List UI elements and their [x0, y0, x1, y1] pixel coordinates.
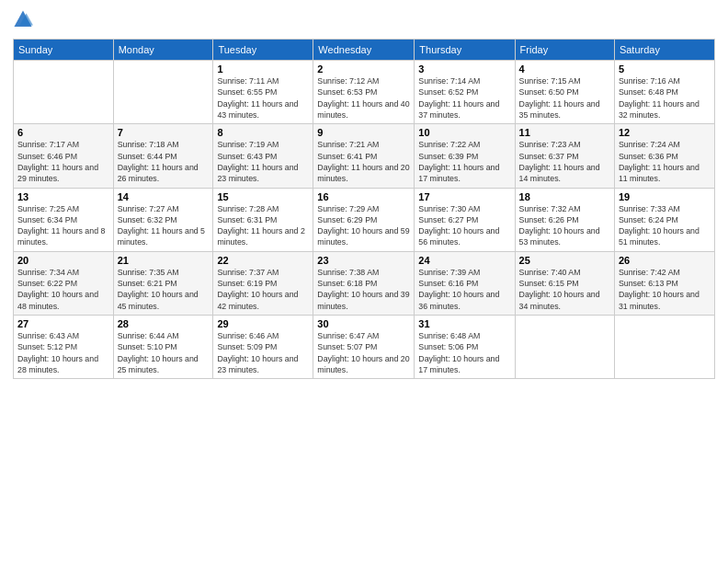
day-detail: Sunrise: 7:19 AM Sunset: 6:43 PM Dayligh…	[217, 139, 309, 184]
day-detail: Sunrise: 7:27 AM Sunset: 6:32 PM Dayligh…	[118, 203, 210, 248]
day-cell: 9Sunrise: 7:21 AM Sunset: 6:41 PM Daylig…	[313, 124, 415, 188]
day-number: 3	[418, 63, 510, 75]
day-detail: Sunrise: 7:12 AM Sunset: 6:53 PM Dayligh…	[317, 75, 410, 121]
day-number: 15	[217, 191, 309, 202]
day-detail: Sunrise: 7:15 AM Sunset: 6:50 PM Dayligh…	[519, 75, 610, 121]
day-cell: 5Sunrise: 7:16 AM Sunset: 6:48 PM Daylig…	[614, 61, 714, 124]
day-number: 12	[619, 127, 711, 138]
day-number: 11	[519, 127, 610, 138]
day-number: 30	[317, 318, 410, 329]
day-number: 28	[118, 318, 210, 329]
day-detail: Sunrise: 7:37 AM Sunset: 6:19 PM Dayligh…	[217, 267, 309, 312]
weekday-header-sunday: Sunday	[14, 40, 114, 61]
day-number: 20	[17, 255, 109, 266]
day-number: 13	[17, 191, 109, 202]
header	[13, 9, 715, 33]
day-detail: Sunrise: 7:14 AM Sunset: 6:52 PM Dayligh…	[418, 75, 510, 121]
day-cell: 26Sunrise: 7:42 AM Sunset: 6:13 PM Dayli…	[614, 251, 714, 315]
day-number: 23	[317, 255, 410, 266]
day-number: 27	[17, 318, 109, 329]
week-row-5: 27Sunrise: 6:43 AM Sunset: 5:12 PM Dayli…	[14, 316, 715, 379]
day-number: 5	[619, 63, 711, 75]
day-cell: 24Sunrise: 7:39 AM Sunset: 6:16 PM Dayli…	[415, 251, 515, 315]
day-cell: 15Sunrise: 7:28 AM Sunset: 6:31 PM Dayli…	[213, 188, 313, 251]
day-cell: 21Sunrise: 7:35 AM Sunset: 6:21 PM Dayli…	[113, 251, 213, 315]
day-cell: 8Sunrise: 7:19 AM Sunset: 6:43 PM Daylig…	[213, 124, 313, 188]
day-number: 14	[118, 191, 210, 202]
day-cell	[614, 316, 714, 379]
day-number: 26	[619, 255, 711, 266]
day-number: 2	[317, 63, 410, 75]
day-cell: 23Sunrise: 7:38 AM Sunset: 6:18 PM Dayli…	[313, 251, 415, 315]
day-detail: Sunrise: 6:47 AM Sunset: 5:07 PM Dayligh…	[317, 330, 410, 375]
day-detail: Sunrise: 6:43 AM Sunset: 5:12 PM Dayligh…	[17, 330, 109, 375]
day-detail: Sunrise: 7:24 AM Sunset: 6:36 PM Dayligh…	[619, 139, 711, 184]
weekday-header-friday: Friday	[515, 40, 614, 61]
day-number: 9	[317, 127, 410, 138]
day-detail: Sunrise: 7:34 AM Sunset: 6:22 PM Dayligh…	[17, 267, 109, 312]
day-cell	[515, 316, 614, 379]
day-number: 22	[217, 255, 309, 266]
week-row-1: 1Sunrise: 7:11 AM Sunset: 6:55 PM Daylig…	[14, 61, 715, 124]
day-detail: Sunrise: 7:32 AM Sunset: 6:26 PM Dayligh…	[519, 203, 610, 248]
weekday-header-saturday: Saturday	[614, 40, 714, 61]
week-row-3: 13Sunrise: 7:25 AM Sunset: 6:34 PM Dayli…	[14, 188, 715, 251]
weekday-header-row: SundayMondayTuesdayWednesdayThursdayFrid…	[14, 40, 715, 61]
weekday-header-monday: Monday	[113, 40, 213, 61]
day-cell: 18Sunrise: 7:32 AM Sunset: 6:26 PM Dayli…	[515, 188, 614, 251]
day-detail: Sunrise: 7:40 AM Sunset: 6:15 PM Dayligh…	[519, 267, 610, 312]
day-number: 4	[519, 63, 610, 75]
day-cell: 4Sunrise: 7:15 AM Sunset: 6:50 PM Daylig…	[515, 61, 614, 124]
day-number: 24	[418, 255, 510, 266]
day-detail: Sunrise: 7:29 AM Sunset: 6:29 PM Dayligh…	[317, 203, 410, 248]
day-cell: 22Sunrise: 7:37 AM Sunset: 6:19 PM Dayli…	[213, 251, 313, 315]
day-number: 17	[418, 191, 510, 202]
day-number: 18	[519, 191, 610, 202]
day-cell: 10Sunrise: 7:22 AM Sunset: 6:39 PM Dayli…	[415, 124, 515, 188]
day-detail: Sunrise: 7:28 AM Sunset: 6:31 PM Dayligh…	[217, 203, 309, 248]
day-cell: 28Sunrise: 6:44 AM Sunset: 5:10 PM Dayli…	[113, 316, 213, 379]
day-detail: Sunrise: 7:30 AM Sunset: 6:27 PM Dayligh…	[418, 203, 510, 248]
day-number: 1	[217, 63, 309, 75]
day-cell: 12Sunrise: 7:24 AM Sunset: 6:36 PM Dayli…	[614, 124, 714, 188]
day-cell: 14Sunrise: 7:27 AM Sunset: 6:32 PM Dayli…	[113, 188, 213, 251]
day-detail: Sunrise: 7:21 AM Sunset: 6:41 PM Dayligh…	[317, 139, 410, 184]
day-detail: Sunrise: 7:35 AM Sunset: 6:21 PM Dayligh…	[118, 267, 210, 312]
day-detail: Sunrise: 7:16 AM Sunset: 6:48 PM Dayligh…	[619, 75, 711, 121]
day-cell: 27Sunrise: 6:43 AM Sunset: 5:12 PM Dayli…	[14, 316, 114, 379]
day-number: 19	[619, 191, 711, 202]
day-detail: Sunrise: 6:44 AM Sunset: 5:10 PM Dayligh…	[118, 330, 210, 375]
day-number: 29	[217, 318, 309, 329]
day-cell: 2Sunrise: 7:12 AM Sunset: 6:53 PM Daylig…	[313, 61, 415, 124]
day-number: 21	[118, 255, 210, 266]
day-cell: 13Sunrise: 7:25 AM Sunset: 6:34 PM Dayli…	[14, 188, 114, 251]
day-cell	[113, 61, 213, 124]
day-detail: Sunrise: 7:33 AM Sunset: 6:24 PM Dayligh…	[619, 203, 711, 248]
day-cell: 17Sunrise: 7:30 AM Sunset: 6:27 PM Dayli…	[415, 188, 515, 251]
day-cell: 6Sunrise: 7:17 AM Sunset: 6:46 PM Daylig…	[14, 124, 114, 188]
day-cell: 31Sunrise: 6:48 AM Sunset: 5:06 PM Dayli…	[415, 316, 515, 379]
day-cell: 30Sunrise: 6:47 AM Sunset: 5:07 PM Dayli…	[313, 316, 415, 379]
day-cell: 29Sunrise: 6:46 AM Sunset: 5:09 PM Dayli…	[213, 316, 313, 379]
day-detail: Sunrise: 6:48 AM Sunset: 5:06 PM Dayligh…	[418, 330, 510, 375]
day-cell: 20Sunrise: 7:34 AM Sunset: 6:22 PM Dayli…	[14, 251, 114, 315]
day-detail: Sunrise: 7:38 AM Sunset: 6:18 PM Dayligh…	[317, 267, 410, 312]
day-detail: Sunrise: 7:22 AM Sunset: 6:39 PM Dayligh…	[418, 139, 510, 184]
day-detail: Sunrise: 7:18 AM Sunset: 6:44 PM Dayligh…	[118, 139, 210, 184]
day-cell: 1Sunrise: 7:11 AM Sunset: 6:55 PM Daylig…	[213, 61, 313, 124]
day-detail: Sunrise: 7:42 AM Sunset: 6:13 PM Dayligh…	[619, 267, 711, 312]
day-detail: Sunrise: 7:39 AM Sunset: 6:16 PM Dayligh…	[418, 267, 510, 312]
day-number: 31	[418, 318, 510, 329]
week-row-2: 6Sunrise: 7:17 AM Sunset: 6:46 PM Daylig…	[14, 124, 715, 188]
day-number: 8	[217, 127, 309, 138]
weekday-header-thursday: Thursday	[415, 40, 515, 61]
day-cell: 11Sunrise: 7:23 AM Sunset: 6:37 PM Dayli…	[515, 124, 614, 188]
weekday-header-tuesday: Tuesday	[213, 40, 313, 61]
day-cell: 3Sunrise: 7:14 AM Sunset: 6:52 PM Daylig…	[415, 61, 515, 124]
calendar: SundayMondayTuesdayWednesdayThursdayFrid…	[13, 39, 715, 379]
week-row-4: 20Sunrise: 7:34 AM Sunset: 6:22 PM Dayli…	[14, 251, 715, 315]
logo	[13, 9, 37, 33]
day-cell: 19Sunrise: 7:33 AM Sunset: 6:24 PM Dayli…	[614, 188, 714, 251]
day-cell: 7Sunrise: 7:18 AM Sunset: 6:44 PM Daylig…	[113, 124, 213, 188]
day-number: 6	[17, 127, 109, 138]
